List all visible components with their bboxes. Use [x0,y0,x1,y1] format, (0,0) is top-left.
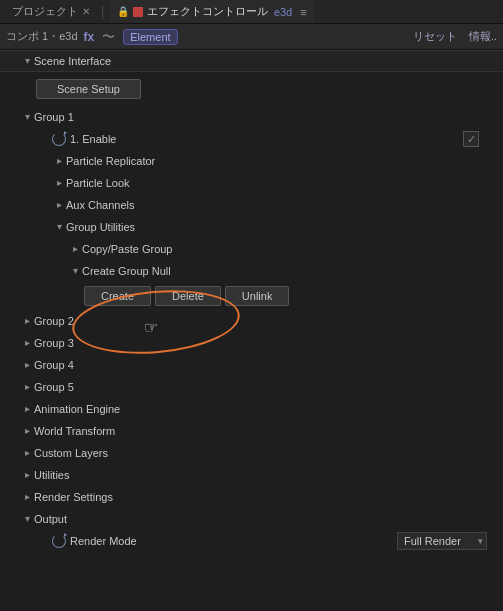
copy-paste-label: Copy/Paste Group [82,243,499,255]
group3-label: Group 3 [34,337,499,349]
animation-engine-label: Animation Engine [34,403,499,415]
output-row[interactable]: Output [0,508,503,530]
utilities-arrow [20,468,34,482]
copy-paste-arrow [68,242,82,256]
group-utilities-row[interactable]: Group Utilities [0,216,503,238]
scene-interface-arrow [20,54,34,68]
group4-row[interactable]: Group 4 [0,354,503,376]
particle-replicator-arrow [52,154,66,168]
unlink-button[interactable]: Unlink [225,286,290,306]
render-mode-row[interactable]: Render Mode Full Render Wireframe Previe… [0,530,503,552]
group2-arrow [20,314,34,328]
group3-arrow [20,336,34,350]
render-mode-dropdown-cell: Full Render Wireframe Preview ▾ [397,532,487,550]
copy-paste-row[interactable]: Copy/Paste Group [0,238,503,260]
element-badge: Element [123,29,177,45]
header-row: コンポ 1・e3d fx 〜 Element リセット 情報.. [0,24,503,50]
delete-button[interactable]: Delete [155,286,221,306]
animation-engine-row[interactable]: Animation Engine [0,398,503,420]
aux-channels-arrow [52,198,66,212]
utilities-row[interactable]: Utilities [0,464,503,486]
enable-icon [52,132,66,146]
render-mode-dropdown-wrapper: Full Render Wireframe Preview ▾ [397,532,487,550]
tab-menu-icon[interactable]: ≡ [300,6,306,18]
custom-layers-row[interactable]: Custom Layers [0,442,503,464]
group5-label: Group 5 [34,381,499,393]
output-label: Output [34,513,499,525]
tab-separator: │ [100,6,107,18]
world-transform-arrow [20,424,34,438]
particle-replicator-label: Particle Replicator [66,155,499,167]
animation-engine-arrow [20,402,34,416]
output-arrow [20,512,34,526]
combo-label: コンポ 1・e3d [6,29,78,44]
group-utilities-label: Group Utilities [66,221,499,233]
enable-row[interactable]: 1. Enable [0,128,503,150]
enable-label: 1. Enable [70,133,463,145]
tab-project[interactable]: プロジェクト ✕ [4,0,98,23]
scene-interface-label: Scene Interface [34,55,499,67]
render-mode-select[interactable]: Full Render Wireframe Preview [397,532,487,550]
group4-arrow [20,358,34,372]
lock-icon: 🔒 [117,6,129,17]
group5-arrow [20,380,34,394]
group5-row[interactable]: Group 5 [0,376,503,398]
render-mode-label: Render Mode [70,535,397,547]
group-utilities-arrow [52,220,66,234]
info-button[interactable]: 情報.. [469,29,497,44]
enable-checkbox[interactable] [463,131,479,147]
header-actions: リセット 情報.. [413,29,497,44]
group4-label: Group 4 [34,359,499,371]
scene-setup-button[interactable]: Scene Setup [36,79,141,99]
particle-look-row[interactable]: Particle Look [0,172,503,194]
render-mode-icon [52,534,66,548]
group1-arrow [20,110,34,124]
reset-button[interactable]: リセット [413,29,457,44]
tab-project-close[interactable]: ✕ [82,6,90,17]
particle-replicator-row[interactable]: Particle Replicator [0,150,503,172]
fx-label: fx [84,30,95,44]
create-group-null-row[interactable]: Create Group Null [0,260,503,282]
tab-bar: プロジェクト ✕ │ 🔒 エフェクトコントロール e3d ≡ [0,0,503,24]
group2-label: Group 2 [34,315,499,327]
create-group-null-label: Create Group Null [82,265,499,277]
aux-channels-label: Aux Channels [66,199,499,211]
group1-row[interactable]: Group 1 [0,106,503,128]
tab-effect-tag: e3d [274,6,292,18]
bottom-spacer [0,552,503,572]
particle-look-arrow [52,176,66,190]
render-settings-arrow [20,490,34,504]
tab-effect[interactable]: 🔒 エフェクトコントロール e3d ≡ [109,0,315,23]
world-transform-label: World Transform [34,425,499,437]
action-buttons-row: Create Delete Unlink [0,282,503,310]
world-transform-row[interactable]: World Transform [0,420,503,442]
tab-project-label: プロジェクト [12,4,78,19]
custom-layers-arrow [20,446,34,460]
scene-setup-container: Scene Setup [0,72,503,106]
scene-interface-row[interactable]: Scene Interface [0,50,503,72]
particle-look-label: Particle Look [66,177,499,189]
create-button[interactable]: Create [84,286,151,306]
create-group-null-arrow [68,264,82,278]
main-content[interactable]: Scene Interface Scene Setup Group 1 1. E… [0,50,503,611]
color-square [133,7,143,17]
group1-label: Group 1 [34,111,499,123]
render-settings-label: Render Settings [34,491,499,503]
custom-layers-label: Custom Layers [34,447,499,459]
render-settings-row[interactable]: Render Settings [0,486,503,508]
utilities-label: Utilities [34,469,499,481]
tab-effect-label: エフェクトコントロール [147,4,268,19]
aux-channels-row[interactable]: Aux Channels [0,194,503,216]
group3-row[interactable]: Group 3 [0,332,503,354]
wave-icon: 〜 [102,28,115,46]
group2-row[interactable]: Group 2 [0,310,503,332]
